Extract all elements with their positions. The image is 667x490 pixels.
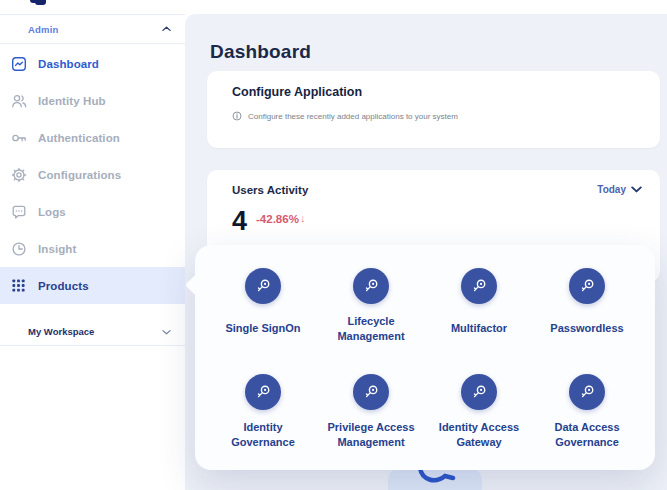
stat-change: -42.86% [256,213,299,225]
sidebar-nav: Dashboard Identity Hub [0,45,185,304]
sidebar-item-label: Insight [38,243,76,255]
insight-icon [10,240,27,257]
key-icon [461,374,497,410]
key-icon [353,374,389,410]
product-label: Multifactor [451,313,507,345]
sidebar-section-my-workspace[interactable]: My Workspace [0,318,185,346]
configure-application-card: Configure Application Configure these re… [207,71,660,148]
sidebar-item-identity-hub[interactable]: Identity Hub [0,82,185,119]
product-label: Identity Access Gateway [427,419,531,451]
key-icon [353,268,389,304]
sidebar-item-authentication[interactable]: Authentication [0,119,185,156]
key-icon [461,268,497,304]
sidebar-item-label: Logs [38,206,66,218]
product-item-single-signon[interactable]: Single SignOn [209,268,317,345]
key-icon [245,268,281,304]
dashboard-icon [10,55,27,72]
sidebar-item-configurations[interactable]: Configurations [0,156,185,193]
product-item-passwordless[interactable]: Passwordless [533,268,641,345]
configurations-icon [10,166,27,183]
key-icon [245,374,281,410]
workspace-label: My Workspace [28,326,94,337]
product-item-privilege-access-management[interactable]: Privilege Access Management [317,374,425,451]
period-dropdown-value: Today [597,184,626,195]
sidebar-section-admin[interactable]: Admin [0,14,185,44]
partially-hidden-card-logo [388,467,482,490]
arrow-down-icon: ↓ [300,212,306,224]
sidebar-item-dashboard[interactable]: Dashboard [0,45,185,82]
users-activity-stat: 4 -42.86% ↓ [232,208,305,235]
blue-arc-logo-icon [413,467,457,490]
sidebar-item-label: Configurations [38,169,121,181]
configure-card-title: Configure Application [232,85,362,99]
product-label: Single SignOn [225,313,300,345]
product-item-lifecycle-management[interactable]: Lifecycle Management [317,268,425,345]
products-popup: Single SignOn Lifecycle Management [195,245,655,470]
sidebar-item-label: Authentication [38,132,120,144]
authentication-icon [10,129,27,146]
key-icon [569,374,605,410]
chevron-up-icon[interactable] [162,26,171,32]
product-label: Data Access Governance [535,419,639,451]
product-item-identity-access-gateway[interactable]: Identity Access Gateway [425,374,533,451]
info-icon [232,111,242,121]
period-dropdown[interactable]: Today [597,184,642,195]
product-item-multifactor[interactable]: Multifactor [425,268,533,345]
identity-hub-icon [10,92,27,109]
sidebar-item-label: Dashboard [38,58,99,70]
app-window: Admin Dashboard [0,0,667,490]
sidebar-item-label: Products [38,280,89,292]
product-label: Privilege Access Management [319,419,423,451]
product-label: Lifecycle Management [319,313,423,345]
sidebar-item-insight[interactable]: Insight [0,230,185,267]
product-label: Identity Governance [211,419,315,451]
products-grid: Single SignOn Lifecycle Management [209,268,641,451]
chevron-down-icon[interactable] [162,329,171,335]
product-item-data-access-governance[interactable]: Data Access Governance [533,374,641,451]
stat-value: 4 [232,208,247,235]
users-activity-title: Users Activity [232,184,308,196]
product-item-identity-governance[interactable]: Identity Governance [209,374,317,451]
chevron-down-icon [631,186,642,193]
products-grid-icon [10,277,27,294]
sidebar: Admin Dashboard [0,0,185,490]
product-label: Passwordless [550,313,623,345]
admin-section-label: Admin [28,24,59,35]
key-icon [569,268,605,304]
app-logo [30,0,46,6]
logs-icon [10,203,27,220]
configure-card-description: Configure these recently added applicati… [248,112,458,121]
sidebar-item-logs[interactable]: Logs [0,193,185,230]
configure-card-description-row: Configure these recently added applicati… [232,111,458,121]
page-title: Dashboard [210,41,311,63]
sidebar-item-products[interactable]: Products [0,267,185,304]
sidebar-item-label: Identity Hub [38,95,106,107]
